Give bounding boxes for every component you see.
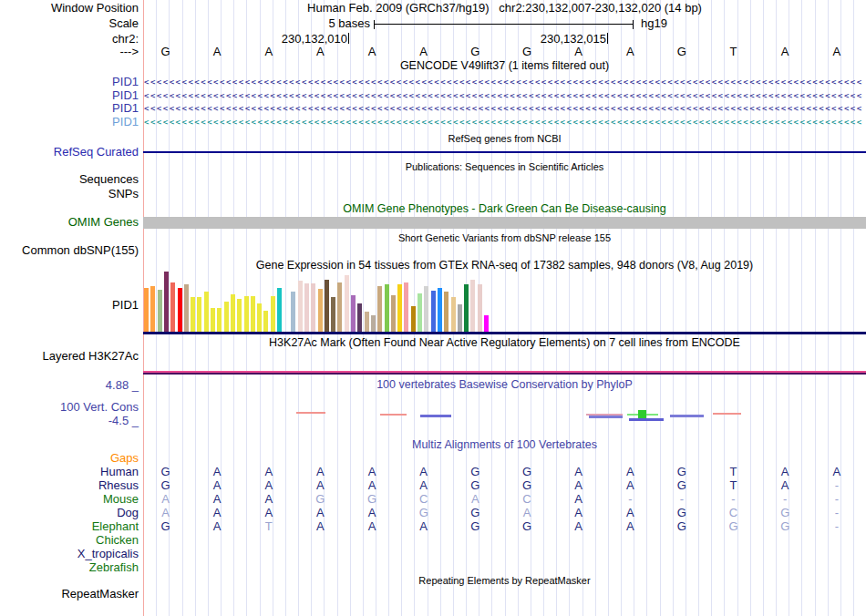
gene-exon-arrows[interactable]: <<<<<<<<<<<<<<<<<<<<<<<<<<<<<<<<<<<<<<<<… — [144, 117, 863, 128]
gtex-tissue-bar[interactable] — [184, 284, 189, 332]
publications-title[interactable]: Publications: Sequences in Scientific Ar… — [143, 161, 866, 173]
refseq-track-line[interactable] — [143, 151, 866, 153]
gtex-tissue-bar[interactable] — [438, 288, 442, 332]
track-label-species-rhesus[interactable]: Rhesus — [0, 479, 139, 492]
gtex-tissue-bar[interactable] — [470, 280, 475, 332]
align-letter-elephant: A — [346, 520, 398, 533]
align-letter-rhesus: A — [242, 479, 294, 492]
gtex-tissue-bar[interactable] — [484, 315, 489, 332]
base-letter: A — [346, 46, 398, 58]
gtex-tissue-bar[interactable] — [478, 284, 482, 332]
gene-exon-arrows[interactable]: <<<<<<<<<<<<<<<<<<<<<<<<<<<<<<<<<<<<<<<<… — [144, 90, 863, 102]
refseq-title[interactable]: RefSeq genes from NCBI — [143, 133, 866, 145]
gtex-tissue-bar[interactable] — [464, 284, 469, 332]
gtex-tissue-bar[interactable] — [204, 292, 209, 332]
track-label-species-zebrafish[interactable]: Zebrafish — [0, 561, 139, 574]
gtex-tissue-bar[interactable] — [451, 297, 456, 332]
gtex-tissue-bar[interactable] — [277, 288, 282, 332]
gtex-tissue-bar[interactable] — [351, 295, 356, 332]
gtex-tissue-bar[interactable] — [170, 282, 175, 332]
track-label-gene-pid1-1[interactable]: PID1 — [0, 76, 139, 88]
gtex-tissue-bar[interactable] — [385, 284, 389, 332]
align-letter-mouse: - — [655, 493, 707, 506]
align-letter-human: G — [449, 466, 501, 478]
gtex-tissue-bar[interactable] — [357, 303, 362, 332]
gtex-tissue-bar[interactable] — [404, 282, 408, 332]
gtex-tissue-bar[interactable] — [150, 286, 155, 332]
omim-track-bar[interactable] — [143, 217, 866, 229]
track-label-repeatmasker[interactable]: RepeatMasker — [0, 588, 139, 601]
gtex-tissue-bar[interactable] — [191, 297, 195, 332]
gtex-tissue-bar[interactable] — [411, 306, 416, 332]
h3k27ac-title[interactable]: H3K27Ac Mark (Often Found Near Active Re… — [143, 337, 866, 349]
gtex-tissue-bar[interactable] — [298, 281, 303, 332]
track-label-snps[interactable]: SNPs — [0, 188, 139, 200]
gtex-tissue-bar[interactable] — [224, 302, 229, 332]
gtex-tissue-bar[interactable] — [291, 292, 295, 332]
gtex-tissue-bar[interactable] — [325, 280, 329, 332]
track-label-scale: Scale — [0, 17, 139, 30]
track-label-species-mouse[interactable]: Mouse — [0, 493, 139, 506]
track-label-refseq-curated[interactable]: RefSeq Curated — [0, 146, 139, 159]
gtex-tissue-bar[interactable] — [444, 292, 448, 332]
gtex-tissue-bar[interactable] — [197, 297, 201, 332]
track-label-species-human[interactable]: Human — [0, 466, 139, 478]
gene-exon-arrows[interactable]: <<<<<<<<<<<<<<<<<<<<<<<<<<<<<<<<<<<<<<<<… — [144, 77, 863, 88]
h3k27ac-signal-line-dark[interactable] — [143, 373, 866, 375]
gtex-tissue-bar[interactable] — [158, 290, 162, 332]
align-letter-rhesus: A — [191, 479, 243, 492]
gtex-tissue-bar[interactable] — [231, 294, 235, 332]
track-label-species-gaps[interactable]: Gaps — [0, 452, 139, 465]
gene-exon-arrows[interactable]: <<<<<<<<<<<<<<<<<<<<<<<<<<<<<<<<<<<<<<<<… — [144, 103, 863, 115]
gtex-tissue-bar[interactable] — [345, 275, 349, 332]
track-label-common-dbsnp[interactable]: Common dbSNP(155) — [0, 244, 139, 257]
track-label-species-dog[interactable]: Dog — [0, 507, 139, 519]
gtex-tissue-bar[interactable] — [257, 303, 262, 332]
gtex-tissue-bar[interactable] — [318, 289, 323, 332]
gtex-tissue-bar[interactable] — [263, 311, 268, 332]
gtex-tissue-bar[interactable] — [251, 296, 255, 332]
gtex-tissue-bar[interactable] — [418, 293, 422, 332]
track-label-species-elephant[interactable]: Elephant — [0, 520, 139, 533]
track-label-gene-pid1-3[interactable]: PID1 — [0, 102, 139, 115]
gtex-tissue-bar[interactable] — [144, 288, 149, 332]
omim-title[interactable]: OMIM Gene Phenotypes - Dark Green Can Be… — [143, 203, 866, 215]
gtex-tissue-bar[interactable] — [164, 272, 169, 332]
gtex-baseline[interactable] — [143, 332, 866, 334]
gtex-tissue-bar[interactable] — [217, 308, 222, 332]
track-label-species-chicken[interactable]: Chicken — [0, 534, 139, 547]
gtex-tissue-bar[interactable] — [244, 296, 249, 332]
track-label-layered-h3k27ac[interactable]: Layered H3K27Ac — [0, 350, 139, 363]
gtex-tissue-bar[interactable] — [458, 304, 462, 332]
gtex-tissue-bar[interactable] — [311, 283, 315, 332]
gtex-tissue-bar[interactable] — [304, 283, 309, 332]
gtex-tissue-bar[interactable] — [211, 308, 215, 332]
gtex-tissue-bar[interactable] — [431, 291, 436, 332]
gtex-tissue-bar[interactable] — [365, 312, 369, 332]
align-letter-human: A — [604, 466, 656, 478]
track-label-species-xtropicalis[interactable]: X_tropicalis — [0, 548, 139, 560]
gtex-tissue-bar[interactable] — [178, 288, 182, 332]
gtex-tissue-bar[interactable] — [397, 284, 402, 332]
align-letter-elephant: G — [139, 520, 191, 533]
repeat-title[interactable]: Repeating Elements by RepeatMasker — [143, 575, 866, 587]
gencode-title[interactable]: GENCODE V49lift37 (1 items filtered out) — [143, 60, 866, 72]
gtex-tissue-bar[interactable] — [377, 286, 382, 332]
gtex-title[interactable]: Gene Expression in 54 tissues from GTEx … — [143, 260, 866, 272]
track-label-sequences[interactable]: Sequences — [0, 173, 139, 186]
track-label-gene-pid1-2[interactable]: PID1 — [0, 89, 139, 102]
gtex-tissue-bar[interactable] — [371, 315, 376, 332]
track-label-vert-cons[interactable]: 100 Vert. Cons — [0, 401, 139, 414]
gtex-tissue-bar[interactable] — [424, 286, 428, 332]
gtex-tissue-bar[interactable] — [337, 282, 342, 332]
track-label-gtex-pid1[interactable]: PID1 — [0, 299, 139, 312]
gtex-tissue-bar[interactable] — [331, 297, 335, 332]
multiz-title[interactable]: Multiz Alignments of 100 Vertebrates — [143, 439, 866, 451]
gtex-tissue-bar[interactable] — [391, 295, 396, 332]
phylop-title[interactable]: 100 vertebrates Basewise Conservation by… — [143, 379, 866, 391]
gtex-tissue-bar[interactable] — [237, 299, 242, 332]
track-label-omim-genes[interactable]: OMIM Genes — [0, 216, 139, 229]
gtex-tissue-bar[interactable] — [271, 296, 275, 332]
track-label-gene-pid1-4[interactable]: PID1 — [0, 116, 139, 128]
dbsnp-title[interactable]: Short Genetic Variants from dbSNP releas… — [143, 232, 866, 244]
